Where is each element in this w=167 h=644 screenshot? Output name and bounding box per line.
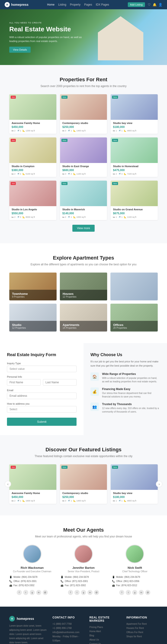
property-card[interactable]: New Studio in Homestead $475,000 🛏 2 🚿 4… (111, 138, 158, 177)
apt-overlay: Offices 20 Properties (110, 321, 158, 332)
why-text: Financing Made Easy Our stress-free fina… (102, 388, 160, 398)
agent-title: Senior Vice-President, Product (61, 570, 106, 573)
first-name-input[interactable] (7, 379, 41, 386)
nav-home[interactable]: Home (47, 3, 54, 6)
footer-re-link[interactable]: Blog (90, 634, 121, 638)
agent-email-icon[interactable]: @ (94, 590, 99, 595)
beds-info: 🛏 2 (11, 216, 15, 218)
add-listing-button[interactable]: Add Listing (128, 2, 145, 7)
view-more-button[interactable]: View more (72, 225, 95, 232)
apt-types-title: Explore Apartment Types (9, 255, 158, 261)
agent-twitter-icon[interactable]: t (23, 590, 28, 595)
agent-linkedin-icon[interactable]: in (87, 590, 93, 595)
carousel-next-button[interactable]: › (156, 481, 162, 487)
apartment-type-card[interactable] (110, 272, 158, 300)
footer-info-link[interactable]: Houses For Rent (126, 626, 158, 630)
agent-email-icon[interactable]: @ (43, 590, 48, 595)
last-name-input[interactable] (43, 379, 77, 386)
featured-info: Awesome Family Home $450,000 🛏 2 🚿 1 📐 1… (9, 490, 56, 504)
nav-pages[interactable]: Pages (84, 3, 92, 6)
property-info: Studio in Maverick $140,000 🛏 2 🚿 1 📐 10… (60, 206, 107, 220)
featured-area: 📐 1400 sq ft (73, 500, 86, 502)
featured-image: New (111, 464, 158, 490)
site-logo[interactable]: H homepress (5, 2, 28, 7)
property-badge: New (61, 139, 67, 142)
featured-listing-card[interactable]: New Contemporary studio $250,000 🛏 3 🚿 1… (60, 464, 107, 504)
property-name: Studio in Homestead (113, 165, 156, 168)
agent-linkedin-icon[interactable]: in (36, 590, 41, 595)
agent-facebook-icon[interactable]: f (17, 590, 22, 595)
property-price: $140,000 (62, 212, 105, 215)
featured-meta: 🛏 2 🚿 1 📐 1600 sq ft (11, 500, 54, 502)
area-info: 📐 4900 sq ft (124, 130, 136, 132)
apartment-type-card[interactable]: Offices 20 Properties (110, 304, 158, 332)
property-card[interactable]: New Studio bay view $180,000 🛏 1 🚿 1 📐 4… (111, 94, 158, 134)
footer-re-link[interactable]: Contact Us (90, 642, 121, 644)
property-card[interactable]: New Studio on Grand Avenue $675,000 🛏 1 … (111, 180, 158, 220)
nav-idx[interactable]: IDX Pages (96, 3, 109, 6)
apartment-type-card[interactable]: Apartments 14 Properties (60, 304, 107, 332)
property-card[interactable]: New Studio in East Orange $680,000 🛏 3 🚿… (60, 138, 107, 177)
agent-twitter-icon[interactable]: t (74, 590, 80, 595)
property-card[interactable]: Hot Studio in Compton $380,000 🛏 2 🚿 2 📐… (9, 138, 56, 177)
heart-icon[interactable]: ♡ (148, 3, 151, 6)
why-item: 💰 Financing Made Easy Our stress-free fi… (90, 388, 160, 398)
featured-name: Contemporary studio (62, 492, 105, 494)
featured-badge: New (61, 466, 67, 469)
footer-info-link[interactable]: Offices For Rent (126, 630, 158, 634)
address-select[interactable]: Select (7, 406, 77, 412)
featured-listing-card[interactable]: Hot Awesome Family Home $450,000 🛏 2 🚿 1… (9, 464, 56, 504)
apartment-type-card[interactable]: Studio 12 Properties (9, 304, 57, 332)
footer-logo[interactable]: H homepress (9, 616, 47, 622)
agent-google-icon[interactable]: g (30, 590, 35, 595)
property-card[interactable]: Hot Awesome Family Home $450,000 🛏 2 🚿 1… (9, 94, 56, 134)
footer-fax: +1 (888) 890-1768 (52, 626, 84, 630)
baths-info: 🚿 1 (118, 216, 123, 218)
carousel-prev-button[interactable]: ‹ (5, 481, 11, 487)
agent-facebook-icon[interactable]: f (68, 590, 73, 595)
featured-listing-card[interactable]: New Studio bay view $180,000 🛏 1 🚿 1 📐 4… (111, 464, 158, 504)
user-icon[interactable]: 👤 (159, 3, 162, 6)
agent-google-icon[interactable]: g (132, 590, 137, 595)
office-icon: 📞 (61, 579, 63, 584)
nav-listing[interactable]: Listing (58, 3, 66, 6)
agent-office-row: 📞 Office: (876) 823-3301 (9, 579, 55, 584)
footer-re-link[interactable]: Home Alert (90, 629, 121, 634)
footer-info-link[interactable]: Apartment For Rent (126, 622, 158, 626)
apt-grid-top: Townhome 9 Properties Houses 12 Properti… (9, 272, 158, 300)
footer-re-link[interactable]: Pricing Plans (90, 625, 121, 629)
property-badge: Hot (11, 139, 16, 142)
email-group: Email (7, 389, 77, 399)
property-card[interactable]: New Studio in Maverick $140,000 🛏 2 🚿 1 … (60, 180, 107, 220)
footer-logo-text: homepress (17, 617, 34, 620)
footer-info-link[interactable]: Shops for Rent (126, 634, 158, 639)
agent-mobile: Mobile: (964) 234-5678 (13, 575, 37, 579)
apartment-type-card[interactable]: Townhome 9 Properties (9, 272, 57, 300)
property-badge: Hot (11, 182, 16, 185)
agent-twitter-icon[interactable]: t (126, 590, 131, 595)
footer-re-link[interactable]: About Us (90, 638, 121, 642)
why-item-desc: Our stress-free finance department that … (102, 392, 160, 398)
why-item-title: Financing Made Easy (102, 388, 160, 391)
agent-facebook-icon[interactable]: f (119, 590, 124, 595)
property-card[interactable]: Hot Studio in Los Angelo $550,000 🛏 2 🚿 … (9, 180, 56, 220)
property-badge: New (61, 182, 67, 185)
agent-fax: Fax: (876) 823-3302 (13, 584, 34, 588)
agent-google-icon[interactable]: g (81, 590, 86, 595)
inquiry-type-select[interactable]: Select value (7, 366, 77, 372)
area-info: 📐 1000 sq ft (73, 216, 86, 218)
email-input[interactable] (7, 392, 77, 399)
apt-type-name: Offices (113, 323, 155, 327)
beds-info: 🛏 2 (62, 216, 66, 218)
property-name: Studio in East Orange (62, 165, 105, 168)
bell-icon[interactable]: 🔔 (153, 3, 157, 6)
agent-fax: Fax: (871) 823-3302 (65, 584, 86, 588)
agent-linkedin-icon[interactable]: in (139, 590, 144, 595)
nav-property[interactable]: Property (70, 3, 80, 6)
hero-cta-button[interactable]: View Details (9, 47, 31, 53)
apartment-type-card[interactable]: Houses 12 Properties (60, 272, 107, 300)
agent-email-icon[interactable]: @ (145, 590, 150, 595)
submit-button[interactable]: Submit (7, 418, 77, 426)
area-info: 📐 5100 sq ft (22, 173, 35, 175)
property-card[interactable]: New Contemporary studio $250,000 🛏 3 🚿 1… (60, 94, 107, 134)
